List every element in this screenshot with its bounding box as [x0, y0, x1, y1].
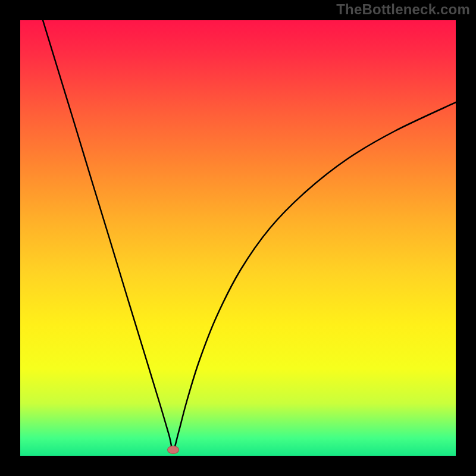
plot-area	[20, 20, 456, 456]
line-curve	[20, 20, 456, 456]
chart-frame: TheBottleneck.com	[0, 0, 476, 476]
watermark-text: TheBottleneck.com	[336, 1, 470, 18]
minimum-marker	[167, 446, 179, 454]
